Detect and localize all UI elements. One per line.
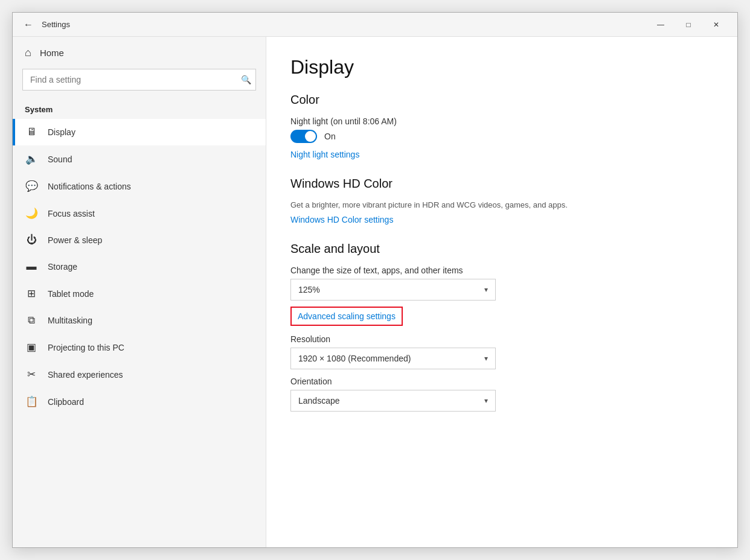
sidebar-section-label: System (13, 100, 266, 119)
night-light-label: Night light (on until 8:06 AM) (290, 116, 713, 126)
sidebar-item-storage[interactable]: ▬ Storage (13, 253, 266, 280)
sidebar-item-shared-label: Shared experiences (48, 370, 123, 380)
focus-icon: 🌙 (25, 207, 38, 220)
sidebar-item-display[interactable]: 🖥 Display (13, 119, 266, 145)
scale-dropdown-arrow: ▾ (484, 285, 488, 294)
scale-dropdown[interactable]: 125% ▾ (290, 279, 496, 301)
scale-title: Scale and layout (290, 242, 713, 256)
search-box: 🔍 (22, 69, 256, 91)
sidebar-item-notifications[interactable]: 💬 Notifications & actions (13, 173, 266, 200)
sidebar-item-focus[interactable]: 🌙 Focus assist (13, 200, 266, 227)
resolution-dropdown[interactable]: 1920 × 1080 (Recommended) ▾ (290, 348, 496, 369)
multitasking-icon: ⧉ (25, 314, 38, 326)
scale-section: Scale and layout Change the size of text… (290, 242, 713, 412)
sidebar-item-projecting-label: Projecting to this PC (48, 343, 124, 352)
sound-icon: 🔈 (25, 153, 38, 165)
color-section: Color Night light (on until 8:06 AM) On … (290, 93, 713, 160)
toggle-row: On (290, 130, 713, 143)
home-icon: ⌂ (25, 46, 31, 59)
settings-window: ← Settings — □ ✕ ⌂ Home 🔍 System (12, 12, 738, 548)
display-icon: 🖥 (25, 126, 38, 138)
orientation-value: Landscape (298, 396, 340, 406)
sidebar-item-home[interactable]: ⌂ Home (13, 37, 266, 69)
hd-color-section: Windows HD Color Get a brighter, more vi… (290, 177, 713, 225)
resolution-dropdown-arrow: ▾ (484, 354, 488, 363)
storage-icon: ▬ (25, 261, 38, 273)
sidebar-item-sound-label: Sound (48, 154, 72, 164)
sidebar-item-sound[interactable]: 🔈 Sound (13, 145, 266, 173)
orientation-dropdown-arrow: ▾ (484, 396, 488, 405)
hd-color-description: Get a brighter, more vibrant picture in … (290, 200, 713, 209)
sidebar-item-clipboard-label: Clipboard (48, 397, 84, 407)
sidebar-item-projecting[interactable]: ▣ Projecting to this PC (13, 334, 266, 361)
window-controls: — □ ✕ (647, 15, 730, 34)
resolution-value: 1920 × 1080 (Recommended) (298, 354, 411, 363)
orientation-label: Orientation (290, 377, 713, 386)
sidebar-item-power[interactable]: ⏻ Power & sleep (13, 227, 266, 253)
sidebar-item-display-label: Display (48, 127, 75, 137)
notifications-icon: 💬 (25, 180, 38, 192)
sidebar-item-power-label: Power & sleep (48, 235, 102, 245)
tablet-icon: ⊞ (25, 287, 38, 300)
toggle-state-label: On (324, 132, 336, 141)
maximize-button[interactable]: □ (675, 15, 702, 34)
close-button[interactable]: ✕ (702, 15, 730, 34)
scale-value: 125% (298, 285, 320, 294)
resolution-label: Resolution (290, 334, 713, 344)
page-title: Display (290, 56, 713, 78)
sidebar-item-focus-label: Focus assist (48, 209, 95, 218)
toggle-knob (305, 131, 316, 142)
sidebar-item-tablet[interactable]: ⊞ Tablet mode (13, 280, 266, 307)
advanced-scaling-link[interactable]: Advanced scaling settings (290, 307, 403, 326)
sidebar-item-tablet-label: Tablet mode (48, 289, 94, 299)
window-title: Settings (42, 20, 647, 29)
sidebar-item-shared[interactable]: ✂ Shared experiences (13, 361, 266, 388)
search-icon[interactable]: 🔍 (241, 75, 251, 84)
main-content: Display Color Night light (on until 8:06… (266, 37, 737, 547)
search-input[interactable] (22, 69, 256, 91)
titlebar: ← Settings — □ ✕ (13, 13, 737, 37)
home-label: Home (40, 48, 64, 58)
sidebar: ⌂ Home 🔍 System 🖥 Display 🔈 Sound 💬 N (13, 37, 266, 547)
shared-icon: ✂ (25, 368, 38, 381)
sidebar-item-clipboard[interactable]: 📋 Clipboard (13, 388, 266, 415)
orientation-dropdown[interactable]: Landscape ▾ (290, 390, 496, 412)
night-light-settings-link[interactable]: Night light settings (290, 150, 359, 159)
content-area: ⌂ Home 🔍 System 🖥 Display 🔈 Sound 💬 N (13, 37, 737, 547)
sidebar-item-storage-label: Storage (48, 262, 77, 272)
sidebar-item-notifications-label: Notifications & actions (48, 182, 131, 191)
projecting-icon: ▣ (25, 341, 38, 354)
minimize-button[interactable]: — (647, 15, 675, 34)
hd-color-title: Windows HD Color (290, 177, 713, 191)
clipboard-icon: 📋 (25, 395, 38, 408)
night-light-toggle[interactable] (290, 130, 317, 143)
power-icon: ⏻ (25, 234, 38, 246)
sidebar-item-multitasking-label: Multitasking (48, 316, 92, 325)
back-button[interactable]: ← (20, 16, 37, 33)
sidebar-item-multitasking[interactable]: ⧉ Multitasking (13, 307, 266, 334)
color-section-title: Color (290, 93, 713, 107)
hd-color-settings-link[interactable]: Windows HD Color settings (290, 215, 393, 224)
scale-label: Change the size of text, apps, and other… (290, 266, 713, 275)
